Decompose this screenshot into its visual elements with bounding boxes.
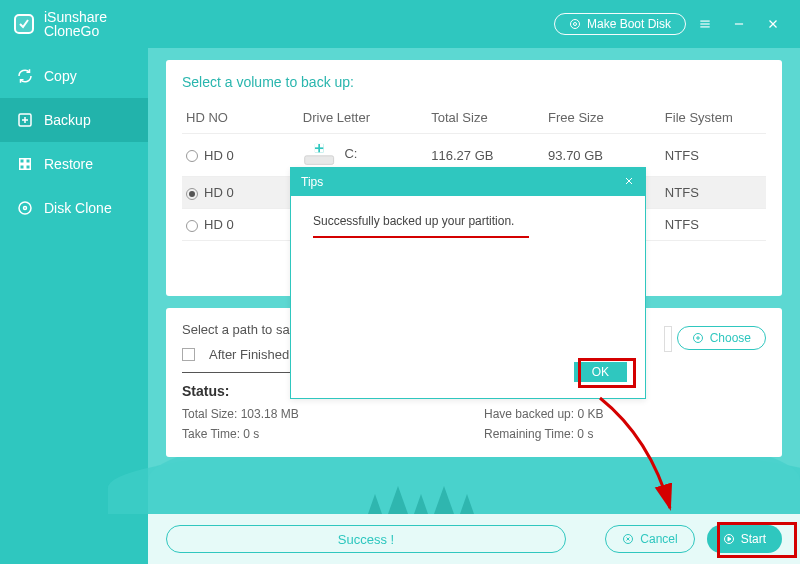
annotation-underline bbox=[313, 236, 529, 238]
restore-icon bbox=[16, 155, 34, 173]
svg-rect-22 bbox=[315, 149, 318, 152]
col-drive: Drive Letter bbox=[299, 104, 427, 134]
plus-circle-icon bbox=[692, 332, 704, 344]
boot-disk-icon bbox=[569, 18, 581, 30]
svg-rect-15 bbox=[26, 165, 31, 170]
sidebar-item-copy[interactable]: Copy bbox=[0, 54, 148, 98]
after-finished-label: After Finished: bbox=[209, 347, 293, 362]
cell-fs: NTFS bbox=[661, 177, 766, 209]
menu-icon[interactable] bbox=[690, 9, 720, 39]
sidebar-item-backup[interactable]: Backup bbox=[0, 98, 148, 142]
disk-clone-icon bbox=[16, 199, 34, 217]
svg-marker-31 bbox=[728, 537, 731, 541]
cancel-circle-icon bbox=[622, 533, 634, 545]
svg-point-17 bbox=[24, 207, 27, 210]
sidebar-item-disk-clone[interactable]: Disk Clone bbox=[0, 186, 148, 230]
choose-label: Choose bbox=[710, 331, 751, 345]
svg-rect-13 bbox=[26, 159, 31, 164]
start-label: Start bbox=[741, 532, 766, 546]
choose-button[interactable]: Choose bbox=[677, 326, 766, 350]
bottom-bar: Success ! Cancel Start bbox=[148, 514, 800, 564]
path-label: Select a path to save bbox=[182, 322, 303, 337]
tree-decoration bbox=[368, 454, 568, 514]
success-status: Success ! bbox=[166, 525, 566, 553]
svg-rect-12 bbox=[20, 159, 25, 164]
status-remaining-time: Remaining Time: 0 s bbox=[484, 427, 766, 441]
svg-point-2 bbox=[573, 23, 576, 26]
sidebar-item-restore[interactable]: Restore bbox=[0, 142, 148, 186]
cell-hdno: HD 0 bbox=[204, 217, 234, 232]
make-boot-disk-button[interactable]: Make Boot Disk bbox=[554, 13, 686, 35]
radio-unchecked-icon[interactable] bbox=[186, 220, 198, 232]
dialog-ok-button[interactable]: OK bbox=[574, 362, 627, 382]
path-input[interactable] bbox=[664, 326, 672, 352]
status-take-time: Take Time: 0 s bbox=[182, 427, 464, 441]
svg-rect-21 bbox=[320, 144, 323, 147]
svg-rect-14 bbox=[20, 165, 25, 170]
boot-label: Make Boot Disk bbox=[587, 17, 671, 31]
sidebar-item-label: Disk Clone bbox=[44, 200, 112, 216]
cell-fs: NTFS bbox=[661, 134, 766, 177]
status-total-size: Total Size: 103.18 MB bbox=[182, 407, 464, 421]
cancel-button[interactable]: Cancel bbox=[605, 525, 694, 553]
app-logo: iSunshare CloneGo bbox=[12, 10, 107, 38]
svg-point-1 bbox=[570, 20, 579, 29]
sidebar-item-label: Backup bbox=[44, 112, 91, 128]
cell-fs: NTFS bbox=[661, 209, 766, 241]
tips-dialog: Tips Successfully backed up your partiti… bbox=[290, 167, 646, 399]
svg-rect-18 bbox=[304, 156, 333, 165]
col-total: Total Size bbox=[427, 104, 544, 134]
start-button[interactable]: Start bbox=[707, 525, 782, 553]
drive-icon bbox=[303, 142, 337, 168]
dialog-close-icon[interactable] bbox=[623, 175, 635, 190]
sidebar: Copy Backup Restore Disk Clone bbox=[0, 48, 148, 564]
svg-rect-23 bbox=[320, 149, 323, 152]
svg-rect-20 bbox=[315, 144, 318, 147]
app-name-line1: iSunshare bbox=[44, 10, 107, 24]
close-icon[interactable] bbox=[758, 9, 788, 39]
col-fs: File System bbox=[661, 104, 766, 134]
svg-point-16 bbox=[19, 202, 31, 214]
sidebar-item-label: Copy bbox=[44, 68, 77, 84]
dialog-title: Tips bbox=[301, 175, 323, 189]
radio-checked-icon[interactable] bbox=[186, 188, 198, 200]
sidebar-item-label: Restore bbox=[44, 156, 93, 172]
copy-icon bbox=[16, 67, 34, 85]
col-free: Free Size bbox=[544, 104, 661, 134]
cell-hdno: HD 0 bbox=[204, 148, 234, 163]
minimize-icon[interactable] bbox=[724, 9, 754, 39]
status-backed-up: Have backed up: 0 KB bbox=[484, 407, 766, 421]
cell-hdno: HD 0 bbox=[204, 185, 234, 200]
app-name-line2: CloneGo bbox=[44, 24, 107, 38]
volume-section-title: Select a volume to back up: bbox=[182, 72, 766, 98]
app-logo-icon bbox=[12, 12, 36, 36]
play-circle-icon bbox=[723, 533, 735, 545]
cancel-label: Cancel bbox=[640, 532, 677, 546]
dialog-titlebar: Tips bbox=[291, 168, 645, 196]
after-finished-checkbox[interactable] bbox=[182, 348, 195, 361]
radio-unchecked-icon[interactable] bbox=[186, 150, 198, 162]
col-hdno: HD NO bbox=[182, 104, 299, 134]
dialog-message: Successfully backed up your partition. bbox=[313, 214, 514, 228]
title-bar: iSunshare CloneGo Make Boot Disk bbox=[0, 0, 800, 48]
cell-drive: C: bbox=[344, 146, 357, 161]
backup-icon bbox=[16, 111, 34, 129]
